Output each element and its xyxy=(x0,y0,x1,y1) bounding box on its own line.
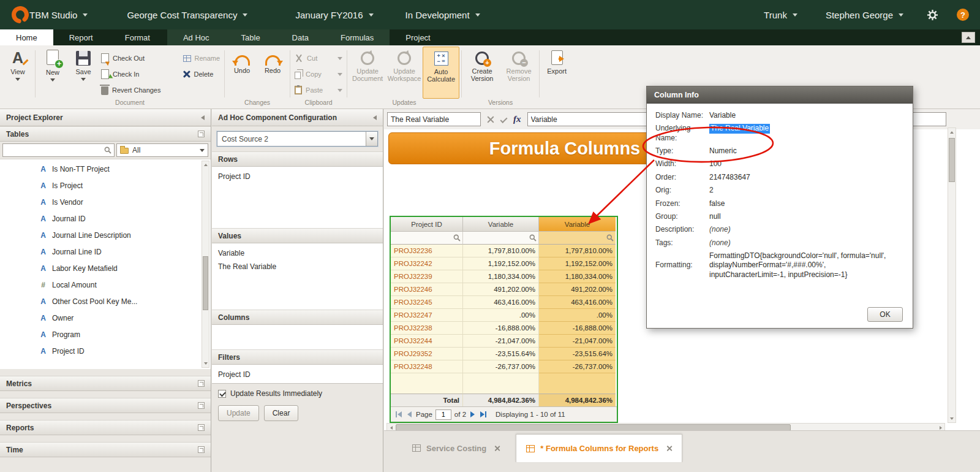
filter-cell[interactable] xyxy=(391,232,463,245)
ribbon-tab-project[interactable]: Project xyxy=(390,29,446,45)
cell[interactable]: 463,416.00% xyxy=(539,296,616,309)
popout-icon[interactable] xyxy=(198,131,205,137)
tree-item[interactable]: AJournal Line Description xyxy=(0,227,211,243)
check-out-button[interactable]: Check Out xyxy=(99,50,164,66)
cell[interactable]: PROJ32245 xyxy=(391,296,463,309)
cell[interactable]: 1,797,810.00% xyxy=(539,245,616,257)
update-immediately-checkbox[interactable] xyxy=(218,390,226,398)
cell[interactable]: 491,202.00% xyxy=(539,283,616,296)
ribbon-tab-home[interactable]: Home xyxy=(0,29,53,45)
cancel-x-icon[interactable] xyxy=(487,116,494,123)
cell[interactable]: PROJ32247 xyxy=(391,309,463,322)
cell[interactable]: PROJ32246 xyxy=(391,283,463,296)
clear-button[interactable]: Clear xyxy=(264,405,299,421)
tree-item[interactable]: AIs Non-TT Project xyxy=(0,161,211,177)
close-tab-icon[interactable] xyxy=(666,446,672,451)
cost-source-dropdown[interactable]: Cost Source 2 xyxy=(217,131,378,147)
tree-item[interactable]: AIs Project xyxy=(0,177,211,194)
table-filter-dropdown[interactable]: All xyxy=(116,143,208,157)
delete-button[interactable]: Delete xyxy=(181,66,223,82)
doc-tab-service-costing[interactable]: Service Costing xyxy=(402,434,510,462)
ribbon-tab-formulas[interactable]: Formulas xyxy=(325,29,390,45)
tree-item[interactable]: AIs Vendor xyxy=(0,194,211,210)
cell[interactable]: PROJ32248 xyxy=(391,360,463,373)
user-menu[interactable]: Stephen George xyxy=(826,10,903,20)
scroll-down-icon[interactable] xyxy=(948,414,956,422)
dialog-title-bar[interactable]: Column Info xyxy=(647,86,913,104)
collapse-panel-icon[interactable] xyxy=(373,115,377,120)
filter-cell[interactable] xyxy=(463,232,539,245)
list-item[interactable]: The Real Variable xyxy=(212,260,383,273)
cell[interactable]: PROJ32242 xyxy=(391,257,463,270)
new-button[interactable]: + New xyxy=(37,47,68,99)
tree-item[interactable]: ALabor Key Metafield xyxy=(0,260,211,276)
tree-item[interactable]: AJournal Line ID xyxy=(0,243,211,260)
help-icon[interactable]: ? xyxy=(957,9,969,21)
cell[interactable]: 491,202.00% xyxy=(463,283,539,296)
tree-item[interactable]: #Local Amount xyxy=(0,276,211,293)
ribbon-tab-format[interactable]: Format xyxy=(109,29,166,45)
cell[interactable]: -21,047.00% xyxy=(539,335,616,348)
last-page-button[interactable] xyxy=(479,411,488,417)
first-page-button[interactable] xyxy=(394,411,403,417)
search-input[interactable] xyxy=(2,143,115,157)
popout-icon[interactable] xyxy=(198,446,205,453)
cell[interactable]: .00% xyxy=(539,309,616,322)
scrollbar-thumb[interactable] xyxy=(949,138,955,182)
tree-scrollbar[interactable] xyxy=(202,161,209,368)
previous-page-button[interactable] xyxy=(406,411,413,417)
project-menu[interactable]: George Cost Transparency xyxy=(127,10,247,20)
scroll-up-icon[interactable] xyxy=(948,128,956,136)
update-document-button[interactable]: Update Document xyxy=(349,47,386,99)
cell[interactable]: 1,180,334.00% xyxy=(463,270,539,283)
column-header-variable[interactable]: Variable xyxy=(463,217,539,232)
cell[interactable]: 1,192,152.00% xyxy=(463,257,539,270)
tree-item[interactable]: AOwner xyxy=(0,310,211,326)
cell[interactable]: 1,192,152.00% xyxy=(539,257,616,270)
collapse-ribbon-button[interactable] xyxy=(962,32,975,43)
view-button[interactable]: A View xyxy=(2,47,33,99)
copy-button[interactable]: Copy xyxy=(292,66,345,82)
filter-cell[interactable] xyxy=(539,232,616,245)
function-fx-icon[interactable]: fx xyxy=(513,114,521,124)
column-name-input[interactable] xyxy=(387,112,481,126)
list-item[interactable]: Variable xyxy=(212,246,383,260)
rename-button[interactable]: Rename xyxy=(181,50,223,66)
cell[interactable]: PROJ32238 xyxy=(391,322,463,335)
accept-check-icon[interactable] xyxy=(500,115,507,123)
column-header-project-id[interactable]: Project ID xyxy=(391,217,463,232)
paste-button[interactable]: Paste xyxy=(292,82,345,98)
cell[interactable]: -26,737.00% xyxy=(463,360,539,373)
export-button[interactable]: Export xyxy=(541,47,572,99)
tree-item[interactable]: AProgram xyxy=(0,326,211,343)
cell[interactable]: -16,888.00% xyxy=(539,322,616,335)
cell[interactable]: PROJ32239 xyxy=(391,270,463,283)
next-page-button[interactable] xyxy=(469,411,476,417)
tree-item[interactable]: AOther Cost Pool Key Me... xyxy=(0,293,211,310)
column-header-variable-selected[interactable]: Variable xyxy=(539,217,616,232)
update-workspace-button[interactable]: Update Workspace xyxy=(386,47,423,99)
undo-button[interactable]: Undo xyxy=(227,47,257,99)
underlying-name-selected-text[interactable]: The Real Variable xyxy=(709,124,770,133)
ok-button[interactable]: OK xyxy=(867,307,903,322)
section-tables[interactable]: Tables xyxy=(0,126,211,142)
remove-version-button[interactable]: Remove Version xyxy=(500,47,537,99)
section-perspectives[interactable]: Perspectives xyxy=(0,398,211,413)
list-item[interactable]: Project ID xyxy=(212,368,383,381)
revert-changes-button[interactable]: Revert Changes xyxy=(99,82,164,98)
popout-icon[interactable] xyxy=(198,380,205,387)
cell[interactable]: -23,515.64% xyxy=(463,348,539,360)
cell[interactable]: -16,888.00% xyxy=(463,322,539,335)
auto-calculate-button[interactable]: Auto Calculate xyxy=(423,47,459,99)
ribbon-tab-adhoc[interactable]: Ad Hoc xyxy=(167,29,225,45)
section-reports[interactable]: Reports xyxy=(0,420,211,435)
section-time[interactable]: Time xyxy=(0,442,211,457)
period-menu[interactable]: January FY2016 xyxy=(295,10,373,20)
tree-item[interactable]: AProject ID xyxy=(0,343,211,359)
collapse-panel-icon[interactable] xyxy=(201,115,205,120)
ribbon-tab-data[interactable]: Data xyxy=(276,29,325,45)
cell[interactable]: -21,047.00% xyxy=(463,335,539,348)
list-item[interactable]: Project ID xyxy=(212,170,383,183)
popout-icon[interactable] xyxy=(198,424,205,431)
cell[interactable]: .00% xyxy=(463,309,539,322)
